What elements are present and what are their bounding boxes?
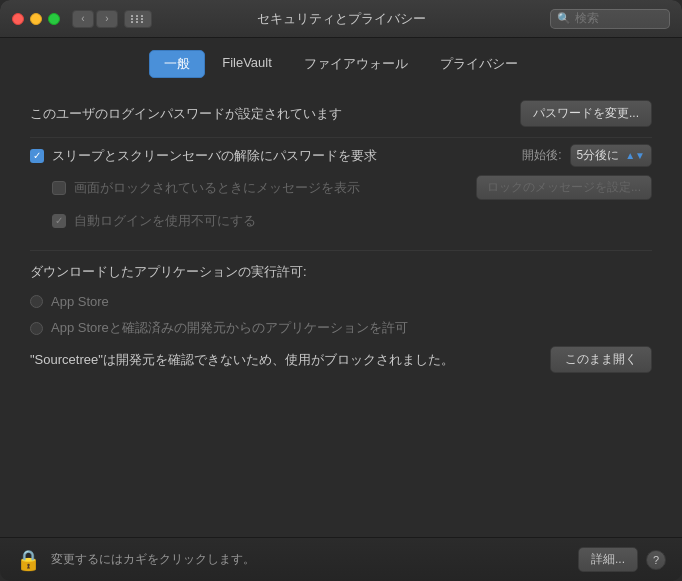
tab-firewall[interactable]: ファイアウォール: [289, 50, 423, 78]
bottom-bar: 🔒 変更するにはカギをクリックします。 詳細... ?: [0, 537, 682, 581]
blocked-app-text: "Sourcetree"は開発元を確認できないため、使用がブロックされました。: [30, 351, 550, 369]
auto-login-row: ✓ 自動ログインを使用不可にする: [30, 204, 652, 234]
search-icon: 🔍: [557, 12, 571, 25]
download-section: ダウンロードしたアプリケーションの実行許可: App Store App Sto…: [30, 263, 652, 338]
tab-bar: 一般 FileVault ファイアウォール プライバシー: [0, 38, 682, 88]
lock-label: 変更するにはカギをクリックします。: [51, 551, 255, 568]
radio-appstore-row: App Store: [30, 293, 652, 310]
general-panel: このユーザのログインパスワードが設定されています パスワードを変更... ✓ ス…: [0, 88, 682, 537]
auto-login-label: 自動ログインを使用不可にする: [74, 212, 652, 230]
set-lock-msg-button[interactable]: ロックのメッセージを設定...: [476, 175, 652, 200]
sleep-checkbox-row: ✓ スリープとスクリーンセーバの解除にパスワードを要求 開始後: 5分後に ▲▼: [30, 138, 652, 171]
tab-privacy[interactable]: プライバシー: [425, 50, 533, 78]
tab-general[interactable]: 一般: [149, 50, 205, 78]
titlebar: ‹ › セキュリティとプライバシー 🔍 検索: [0, 0, 682, 38]
dropdown-arrow-icon: ▲▼: [625, 150, 645, 161]
checkmark-icon-2: ✓: [55, 216, 63, 226]
close-button[interactable]: [12, 13, 24, 25]
divider: [30, 250, 652, 251]
lock-section: 🔒 変更するにはカギをクリックします。: [16, 548, 255, 572]
maximize-button[interactable]: [48, 13, 60, 25]
main-content: 一般 FileVault ファイアウォール プライバシー このユーザのログインパ…: [0, 38, 682, 537]
radio-appstore[interactable]: [30, 295, 43, 308]
change-password-button[interactable]: パスワードを変更...: [520, 100, 652, 127]
password-label: このユーザのログインパスワードが設定されています: [30, 105, 342, 123]
lock-message-row: 画面がロックされているときにメッセージを表示 ロックのメッセージを設定...: [30, 171, 652, 204]
radio-appstore-label: App Store: [51, 294, 109, 309]
password-row: このユーザのログインパスワードが設定されています パスワードを変更...: [30, 88, 652, 138]
bottom-right-buttons: 詳細... ?: [578, 547, 666, 572]
auto-login-checkbox[interactable]: ✓: [52, 214, 66, 228]
window-title: セキュリティとプライバシー: [257, 10, 426, 28]
sleep-checkbox[interactable]: ✓: [30, 149, 44, 163]
nav-buttons: ‹ ›: [72, 10, 118, 28]
back-button[interactable]: ‹: [72, 10, 94, 28]
radio-devs-row: App Storeと確認済みの開発元からのアプリケーションを許可: [30, 318, 652, 338]
sleep-duration-value: 5分後に: [577, 147, 620, 164]
minimize-button[interactable]: [30, 13, 42, 25]
search-box[interactable]: 🔍 検索: [550, 9, 670, 29]
search-placeholder: 検索: [575, 10, 599, 27]
sleep-duration-dropdown[interactable]: 5分後に ▲▼: [570, 144, 652, 167]
detail-button[interactable]: 詳細...: [578, 547, 638, 572]
radio-devs[interactable]: [30, 322, 43, 335]
lock-msg-checkbox[interactable]: [52, 181, 66, 195]
grid-icon: [131, 15, 145, 23]
help-button[interactable]: ?: [646, 550, 666, 570]
traffic-lights: [12, 13, 60, 25]
sleep-label: スリープとスクリーンセーバの解除にパスワードを要求: [52, 147, 510, 165]
lock-icon[interactable]: 🔒: [16, 548, 41, 572]
blocked-app-row: "Sourcetree"は開発元を確認できないため、使用がブロックされました。 …: [30, 338, 652, 377]
lock-msg-label: 画面がロックされているときにメッセージを表示: [74, 179, 468, 197]
checkmark-icon: ✓: [33, 151, 41, 161]
forward-button[interactable]: ›: [96, 10, 118, 28]
tab-filevault[interactable]: FileVault: [207, 50, 287, 78]
radio-devs-label: App Storeと確認済みの開発元からのアプリケーションを許可: [51, 319, 408, 337]
grid-button[interactable]: [124, 10, 152, 28]
download-title: ダウンロードしたアプリケーションの実行許可:: [30, 263, 652, 281]
after-label: 開始後:: [522, 147, 561, 164]
open-anyway-button[interactable]: このまま開く: [550, 346, 652, 373]
